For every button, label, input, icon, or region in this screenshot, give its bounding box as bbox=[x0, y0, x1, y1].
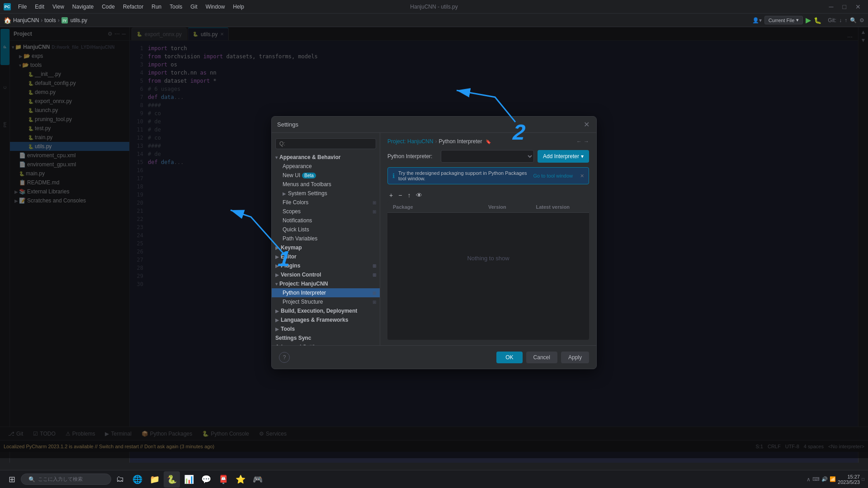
nav-arrow-build: ▶ bbox=[275, 309, 279, 314]
menu-window[interactable]: Window bbox=[202, 3, 229, 11]
dialog-close-button[interactable]: ✕ bbox=[582, 120, 591, 129]
taskbar-browser[interactable]: 🌐 bbox=[129, 471, 146, 488]
nav-section-vcs[interactable]: ▶ Version Control ⊞ bbox=[272, 270, 380, 279]
nav-item-newui[interactable]: New UI Beta bbox=[272, 171, 380, 180]
minimize-button[interactable]: ─ bbox=[826, 3, 837, 10]
debug-button[interactable]: 🐛 bbox=[814, 17, 821, 24]
remove-package-button[interactable]: − bbox=[396, 191, 404, 200]
structure-ext-icon: ⊞ bbox=[373, 300, 376, 305]
windows-start-button[interactable]: ⊞ bbox=[4, 471, 20, 488]
nav-item-scopes[interactable]: Scopes ⊞ bbox=[272, 207, 380, 216]
nav-section-build[interactable]: ▶ Build, Execution, Deployment bbox=[272, 306, 380, 315]
settings-icon[interactable]: ⚙ bbox=[859, 17, 864, 23]
menu-refactor[interactable]: Refactor bbox=[119, 3, 147, 11]
menu-edit[interactable]: Edit bbox=[31, 3, 48, 11]
current-time: 15:27 bbox=[838, 474, 860, 479]
menu-tools[interactable]: Tools bbox=[166, 3, 186, 11]
update-package-button[interactable]: ↑ bbox=[406, 191, 412, 200]
breadcrumb-project[interactable]: HanjuCNN bbox=[13, 17, 39, 23]
nav-section-keymap[interactable]: ▶ Keymap bbox=[272, 243, 380, 252]
nav-section-languages[interactable]: ▶ Languages & Frameworks bbox=[272, 315, 380, 324]
taskbar-task-view[interactable]: 🗂 bbox=[112, 471, 128, 488]
banner-close-button[interactable]: ✕ bbox=[580, 173, 584, 179]
profile-icon[interactable]: 👤▾ bbox=[752, 17, 762, 23]
breadcrumb-sep-icon: › bbox=[435, 138, 437, 145]
taskbar-pycharm[interactable]: 🐍 bbox=[164, 471, 180, 488]
settings-search-input[interactable] bbox=[275, 138, 376, 149]
menu-help[interactable]: Help bbox=[229, 3, 248, 11]
window-controls: ─ □ ✕ bbox=[826, 3, 864, 10]
apply-button[interactable]: Apply bbox=[561, 352, 589, 363]
col-version-header: Version bbox=[488, 204, 536, 210]
taskbar-app2[interactable]: 💬 bbox=[198, 471, 214, 488]
app-icon: PC bbox=[4, 3, 11, 10]
nav-item-appearance[interactable]: Appearance bbox=[272, 162, 380, 171]
run-config-selector[interactable]: Current File ▾ bbox=[764, 16, 803, 24]
menu-run[interactable]: Run bbox=[148, 3, 165, 11]
settings-breadcrumb-project[interactable]: Project: HanjuCNN bbox=[387, 138, 433, 145]
go-to-tool-window-link[interactable]: Go to tool window bbox=[533, 173, 573, 178]
settings-nav-back[interactable]: ← bbox=[576, 138, 582, 145]
settings-breadcrumb-current: Python Interpreter bbox=[439, 138, 482, 145]
nav-section-plugins[interactable]: ▶ Plugins ⊞ bbox=[272, 261, 380, 270]
interpreter-select[interactable] bbox=[441, 150, 534, 163]
time-display[interactable]: 15:27 2023/5/23 bbox=[838, 474, 860, 485]
run-button[interactable]: ▶ bbox=[806, 16, 811, 24]
run-config-label: Current File bbox=[769, 18, 794, 23]
nav-item-menus[interactable]: Menus and Toolbars bbox=[272, 180, 380, 189]
menu-navigate[interactable]: Navigate bbox=[69, 3, 97, 11]
add-package-button[interactable]: + bbox=[387, 191, 395, 200]
taskbar-search[interactable]: 🔍 ここに入力して検索 bbox=[21, 474, 111, 485]
maximize-button[interactable]: □ bbox=[839, 3, 850, 10]
taskbar-app5[interactable]: 🎮 bbox=[250, 471, 266, 488]
nav-section-sync[interactable]: Settings Sync bbox=[272, 333, 380, 343]
ok-button[interactable]: OK bbox=[496, 352, 522, 363]
nav-section-editor[interactable]: ▶ Editor bbox=[272, 252, 380, 261]
nav-section-tools[interactable]: ▶ Tools bbox=[272, 324, 380, 333]
nav-section-project[interactable]: ▾ Project: HanjuCNN bbox=[272, 279, 380, 288]
settings-nav-forward[interactable]: → bbox=[584, 138, 589, 145]
nav-item-pathvars[interactable]: Path Variables bbox=[272, 234, 380, 243]
nav-item-filecolors[interactable]: File Colors ⊞ bbox=[272, 198, 380, 207]
menu-file[interactable]: File bbox=[14, 3, 30, 11]
table-header: Package Version Latest version bbox=[387, 202, 589, 213]
breadcrumb-file[interactable]: utils.py bbox=[71, 17, 87, 23]
taskbar-network-icon[interactable]: 📶 bbox=[830, 476, 836, 482]
cancel-button[interactable]: Cancel bbox=[526, 352, 557, 363]
dropdown-icon: ▾ bbox=[796, 17, 799, 23]
breadcrumb-folder[interactable]: tools bbox=[44, 17, 56, 23]
dialog-footer: ? OK Cancel Apply bbox=[272, 345, 596, 369]
interpreter-row: Python Interpreter: Add Interpreter ▾ bbox=[387, 150, 589, 163]
taskbar-explorer[interactable]: 📁 bbox=[146, 471, 163, 488]
nav-item-quicklists[interactable]: Quick Lists bbox=[272, 225, 380, 234]
taskbar-left: ⊞ 🔍 ここに入力して検索 🗂 🌐 📁 🐍 📊 💬 📮 ⭐ 🎮 bbox=[4, 471, 266, 488]
git-push-icon[interactable]: ↑ bbox=[844, 17, 847, 23]
taskbar-app4[interactable]: ⭐ bbox=[232, 471, 249, 488]
taskbar-app1[interactable]: 📊 bbox=[181, 471, 197, 488]
show-details-button[interactable]: 👁 bbox=[414, 191, 424, 200]
nav-item-notifications[interactable]: Notifications bbox=[272, 216, 380, 225]
nav-item-project-structure[interactable]: Project Structure ⊞ bbox=[272, 297, 380, 306]
taskbar-system-tray[interactable]: ∧ bbox=[807, 476, 811, 483]
git-pull-icon[interactable]: ↓ bbox=[839, 17, 842, 23]
close-button[interactable]: ✕ bbox=[852, 3, 864, 10]
nav-section-appearance[interactable]: ▾ Appearance & Behavior bbox=[272, 153, 380, 162]
nav-item-system[interactable]: ▶ System Settings bbox=[272, 189, 380, 198]
bookmark-icon[interactable]: 🔖 bbox=[486, 139, 491, 144]
taskbar-volume-icon[interactable]: 🔊 bbox=[821, 476, 828, 482]
add-interpreter-button[interactable]: Add Interpreter ▾ bbox=[538, 150, 589, 163]
nav-item-python-interpreter[interactable]: Python Interpreter ⊞ bbox=[272, 288, 380, 297]
menu-view[interactable]: View bbox=[49, 3, 68, 11]
search-icon[interactable]: 🔍 bbox=[850, 17, 857, 23]
dropdown-arrow-icon: ▾ bbox=[581, 153, 584, 160]
help-button[interactable]: ? bbox=[279, 352, 290, 363]
menu-code[interactable]: Code bbox=[98, 3, 118, 11]
taskbar-app3[interactable]: 📮 bbox=[215, 471, 231, 488]
nav-arrow-project: ▾ bbox=[275, 282, 278, 286]
taskbar-keyboard-icon[interactable]: ⌨ bbox=[812, 476, 820, 482]
title-bar: PC File Edit View Navigate Code Refactor… bbox=[0, 0, 868, 14]
menu-git[interactable]: Git bbox=[187, 3, 201, 11]
taskbar-search-icon: 🔍 bbox=[28, 476, 35, 483]
nav-arrow-keymap: ▶ bbox=[275, 245, 279, 250]
notification-area[interactable]: □ bbox=[862, 477, 864, 482]
